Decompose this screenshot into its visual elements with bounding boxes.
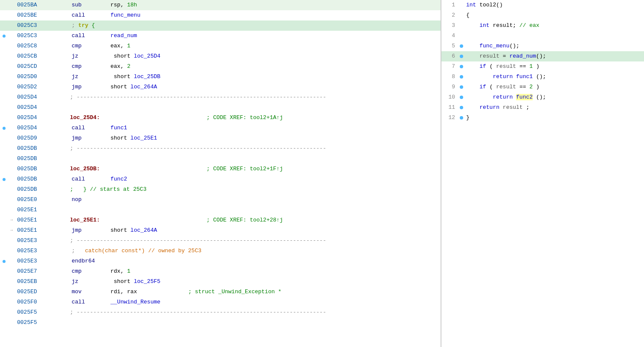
operand-func: read_num [110,31,137,41]
comment-semicolon: ; [70,21,78,30]
operand-func: func1 [110,123,127,133]
mnemonic: jmp [70,134,94,143]
table-row: 0025C8 cmp eax, 1 [0,41,441,51]
mnemonic: sub [70,0,94,10]
operand [94,11,110,20]
line-number: 7 [441,62,458,71]
operand-func: loc_25E1 [131,134,157,143]
pseudo-dot-indicator [458,96,464,99]
ida-view-pane[interactable]: 0025BA sub rsp, 18h 0025BE call func_men… [0,0,441,347]
table-row: 0025EB jz short loc_25F5 [0,277,441,287]
pseudo-code: int result; // eax [464,21,644,30]
mnemonic: call [70,11,94,20]
dot-indicator [0,76,8,79]
address: 0025DB [15,164,46,174]
address: 0025E1 [15,226,46,235]
address: 0025BE [15,11,46,20]
mnemonic: call [70,175,94,184]
line-number: 9 [441,82,458,92]
mnemonic: mov [70,287,94,297]
ps-code: ) [536,63,540,70]
table-row: 0025BE call func_menu [0,10,441,20]
pseudocode-pane[interactable]: 1 int tool2() 2 { 3 int result; // eax 4… [441,0,644,347]
dot-indicator [0,311,8,314]
operand: short [94,134,131,143]
ps-keyword: if [479,63,486,70]
dot-indicator [0,291,8,294]
dot-indicator [0,65,8,68]
operand: rsp, [94,0,127,10]
operand [94,175,110,184]
table-row: 0025DB ; } // starts at 25C3 [0,184,441,195]
line-number: 1 [441,0,458,10]
dot-indicator [0,4,8,7]
line-number: 6 [441,52,458,61]
pseudo-code: int tool2() [464,0,644,10]
ps-keyword: return [493,94,513,100]
operand-func: loc_25F5 [134,277,160,286]
pseudo-row: 12 } [441,113,644,123]
address: 0025F5 [15,308,46,317]
table-row: 0025BA sub rsp, 18h [0,0,441,10]
ps-code: ( [490,63,496,70]
pseudo-row: 5 func_menu(); [441,41,644,51]
table-row: 0025D0 jz short loc_25DB [0,72,441,82]
pseudo-code: result = read_num(); [464,52,644,61]
ps-func-highlighted: func2 [516,94,533,100]
label: loc_25DB: [70,164,100,174]
address: 0025E3 [15,257,46,266]
dot-indicator [0,270,8,273]
dot-indicator [0,86,8,89]
dot-indicator [0,127,8,130]
ps-var: result; [493,22,519,29]
table-row: 0025CD cmp eax, 2 [0,61,441,72]
dot-indicator [0,24,8,27]
dot-indicator [0,239,8,242]
pseudo-dot-indicator [458,116,464,120]
pseudo-code: } [464,113,644,122]
table-row: 0025C3 call read_num [0,31,441,41]
separator: ; --------------------------------------… [70,144,326,153]
pseudo-row: 4 [441,31,644,41]
keyword-try: try [78,21,88,30]
table-row: → 0025E1 loc_25E1: ; CODE XREF: tool2+28… [0,215,441,225]
ps-func: func1 [516,73,533,80]
pseudo-code: return result ; [464,103,644,112]
operand [94,31,110,41]
dot-indicator [0,106,8,109]
table-row: 0025ED mov rdi, rax ; struct _Unwind_Exc… [0,287,441,297]
address: 0025E3 [15,236,46,245]
pseudo-code: return func1 (); [464,72,644,82]
dot-indicator [0,147,8,150]
dot-indicator [0,250,8,253]
table-row: 0025DB call func2 [0,174,441,184]
dot-indicator [0,219,8,222]
address: 0025E1 [15,216,46,225]
label: loc_25D4: [70,113,100,122]
address: 0025ED [15,287,46,297]
dot-indicator [0,198,8,201]
pseudo-code: if ( result == 2 ) [464,82,644,92]
address: 0025DB [15,154,46,163]
address: 0025F0 [15,297,46,307]
dot-indicator [0,280,8,283]
arrow-indicator: → [8,216,15,225]
table-row: 0025C3 ; try { [0,20,441,31]
pseudo-dot-indicator [458,106,464,109]
operand-num: 18h [127,0,137,10]
table-row: 0025E1 [0,205,441,215]
line-number: 8 [441,72,458,82]
mnemonic: call [70,297,94,307]
dot-indicator [0,260,8,263]
mnemonic: cmp [70,267,94,276]
line-number: 3 [441,21,458,30]
table-row: 0025E3 endbr64 [0,256,441,266]
address: 0025E0 [15,195,46,204]
dot-indicator [0,301,8,304]
pseudo-row: 2 { [441,10,644,20]
comment: { [88,21,95,30]
dot-indicator [0,178,8,181]
dot-indicator [0,117,8,120]
dot-indicator [0,168,8,171]
dot-indicator [0,188,8,191]
